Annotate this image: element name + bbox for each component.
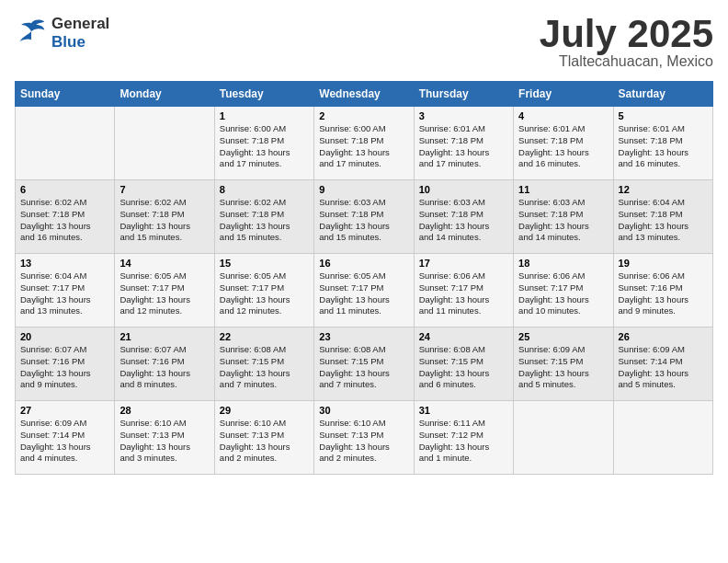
weekday-header: Friday [514,82,613,107]
calendar-cell: 23Sunrise: 6:08 AM Sunset: 7:15 PM Dayli… [314,327,414,401]
day-info: Sunrise: 6:07 AM Sunset: 7:16 PM Dayligh… [20,344,109,391]
day-number: 23 [319,331,408,342]
day-info: Sunrise: 6:01 AM Sunset: 7:18 PM Dayligh… [619,123,708,170]
calendar-week-row: 27Sunrise: 6:09 AM Sunset: 7:14 PM Dayli… [16,401,713,475]
day-info: Sunrise: 6:00 AM Sunset: 7:18 PM Dayligh… [220,123,309,170]
calendar-cell: 19Sunrise: 6:06 AM Sunset: 7:16 PM Dayli… [613,254,712,327]
day-number: 31 [419,405,508,416]
day-info: Sunrise: 6:03 AM Sunset: 7:18 PM Dayligh… [319,197,408,244]
calendar-cell: 20Sunrise: 6:07 AM Sunset: 7:16 PM Dayli… [16,327,115,401]
calendar-cell: 30Sunrise: 6:10 AM Sunset: 7:13 PM Dayli… [314,401,414,475]
day-info: Sunrise: 6:02 AM Sunset: 7:18 PM Dayligh… [220,197,309,244]
title-block: July 2025 Tlaltecahuacan, Mexico [540,15,713,70]
day-info: Sunrise: 6:05 AM Sunset: 7:17 PM Dayligh… [319,270,408,317]
calendar-cell: 29Sunrise: 6:10 AM Sunset: 7:13 PM Dayli… [214,401,313,475]
calendar-cell [613,401,712,475]
day-number: 18 [518,258,608,269]
day-number: 6 [20,184,109,195]
calendar-cell: 1Sunrise: 6:00 AM Sunset: 7:18 PM Daylig… [214,107,313,180]
calendar-cell: 18Sunrise: 6:06 AM Sunset: 7:17 PM Dayli… [514,254,613,327]
day-number: 13 [20,258,109,269]
calendar-cell: 8Sunrise: 6:02 AM Sunset: 7:18 PM Daylig… [214,180,313,254]
day-info: Sunrise: 6:02 AM Sunset: 7:18 PM Dayligh… [20,197,109,244]
calendar-cell [16,107,115,180]
day-info: Sunrise: 6:08 AM Sunset: 7:15 PM Dayligh… [319,344,408,391]
calendar-cell: 13Sunrise: 6:04 AM Sunset: 7:17 PM Dayli… [16,254,115,327]
calendar-cell: 7Sunrise: 6:02 AM Sunset: 7:18 PM Daylig… [115,180,214,254]
calendar-cell [514,401,613,475]
day-info: Sunrise: 6:06 AM Sunset: 7:17 PM Dayligh… [419,270,508,317]
calendar-cell: 26Sunrise: 6:09 AM Sunset: 7:14 PM Dayli… [613,327,712,401]
day-number: 2 [319,110,408,121]
day-info: Sunrise: 6:00 AM Sunset: 7:18 PM Dayligh… [319,123,408,170]
weekday-header: Wednesday [314,82,414,107]
day-number: 19 [619,258,708,269]
day-info: Sunrise: 6:10 AM Sunset: 7:13 PM Dayligh… [220,418,309,465]
calendar-cell: 5Sunrise: 6:01 AM Sunset: 7:18 PM Daylig… [613,107,712,180]
calendar-cell: 12Sunrise: 6:04 AM Sunset: 7:18 PM Dayli… [613,180,712,254]
day-info: Sunrise: 6:09 AM Sunset: 7:14 PM Dayligh… [619,344,708,391]
day-info: Sunrise: 6:08 AM Sunset: 7:15 PM Dayligh… [220,344,309,391]
calendar-week-row: 1Sunrise: 6:00 AM Sunset: 7:18 PM Daylig… [16,107,713,180]
day-info: Sunrise: 6:11 AM Sunset: 7:12 PM Dayligh… [419,418,508,465]
calendar-week-row: 13Sunrise: 6:04 AM Sunset: 7:17 PM Dayli… [16,254,713,327]
day-info: Sunrise: 6:05 AM Sunset: 7:17 PM Dayligh… [220,270,309,317]
day-number: 27 [20,405,109,416]
day-number: 4 [518,110,608,121]
day-number: 30 [319,405,408,416]
calendar-cell: 24Sunrise: 6:08 AM Sunset: 7:15 PM Dayli… [414,327,513,401]
day-number: 8 [220,184,309,195]
calendar-cell: 3Sunrise: 6:01 AM Sunset: 7:18 PM Daylig… [414,107,513,180]
day-info: Sunrise: 6:02 AM Sunset: 7:18 PM Dayligh… [119,197,209,244]
day-number: 25 [518,331,608,342]
day-number: 17 [419,258,508,269]
day-number: 26 [619,331,708,342]
day-number: 11 [518,184,608,195]
day-info: Sunrise: 6:01 AM Sunset: 7:18 PM Dayligh… [419,123,508,170]
day-number: 9 [319,184,408,195]
day-number: 16 [319,258,408,269]
day-info: Sunrise: 6:06 AM Sunset: 7:16 PM Dayligh… [619,270,708,317]
day-number: 1 [220,110,309,121]
calendar-cell [115,107,214,180]
weekday-header: Monday [115,82,214,107]
calendar-cell: 21Sunrise: 6:07 AM Sunset: 7:16 PM Dayli… [115,327,214,401]
day-info: Sunrise: 6:03 AM Sunset: 7:18 PM Dayligh… [518,197,608,244]
calendar-cell: 6Sunrise: 6:02 AM Sunset: 7:18 PM Daylig… [16,180,115,254]
day-number: 12 [619,184,708,195]
day-info: Sunrise: 6:10 AM Sunset: 7:13 PM Dayligh… [119,418,209,465]
weekday-header-row: SundayMondayTuesdayWednesdayThursdayFrid… [16,82,713,107]
logo-text: General Blue [51,15,109,52]
calendar-cell: 31Sunrise: 6:11 AM Sunset: 7:12 PM Dayli… [414,401,513,475]
weekday-header: Saturday [613,82,712,107]
month-title: July 2025 [540,15,713,53]
logo-icon [15,17,48,50]
day-info: Sunrise: 6:03 AM Sunset: 7:18 PM Dayligh… [419,197,508,244]
day-info: Sunrise: 6:04 AM Sunset: 7:18 PM Dayligh… [619,197,708,244]
day-number: 21 [119,331,209,342]
day-info: Sunrise: 6:08 AM Sunset: 7:15 PM Dayligh… [419,344,508,391]
day-info: Sunrise: 6:01 AM Sunset: 7:18 PM Dayligh… [518,123,608,170]
logo: General Blue [15,15,109,52]
weekday-header: Thursday [414,82,513,107]
calendar-cell: 10Sunrise: 6:03 AM Sunset: 7:18 PM Dayli… [414,180,513,254]
calendar-cell: 17Sunrise: 6:06 AM Sunset: 7:17 PM Dayli… [414,254,513,327]
day-number: 15 [220,258,309,269]
day-number: 7 [119,184,209,195]
calendar-week-row: 20Sunrise: 6:07 AM Sunset: 7:16 PM Dayli… [16,327,713,401]
calendar-cell: 2Sunrise: 6:00 AM Sunset: 7:18 PM Daylig… [314,107,414,180]
calendar-cell: 11Sunrise: 6:03 AM Sunset: 7:18 PM Dayli… [514,180,613,254]
day-info: Sunrise: 6:10 AM Sunset: 7:13 PM Dayligh… [319,418,408,465]
calendar-cell: 16Sunrise: 6:05 AM Sunset: 7:17 PM Dayli… [314,254,414,327]
day-number: 28 [119,405,209,416]
calendar-cell: 9Sunrise: 6:03 AM Sunset: 7:18 PM Daylig… [314,180,414,254]
day-number: 29 [220,405,309,416]
day-info: Sunrise: 6:09 AM Sunset: 7:14 PM Dayligh… [20,418,109,465]
weekday-header: Tuesday [214,82,313,107]
day-number: 24 [419,331,508,342]
day-number: 10 [419,184,508,195]
day-number: 22 [220,331,309,342]
calendar-cell: 27Sunrise: 6:09 AM Sunset: 7:14 PM Dayli… [16,401,115,475]
day-info: Sunrise: 6:06 AM Sunset: 7:17 PM Dayligh… [518,270,608,317]
calendar-cell: 15Sunrise: 6:05 AM Sunset: 7:17 PM Dayli… [214,254,313,327]
